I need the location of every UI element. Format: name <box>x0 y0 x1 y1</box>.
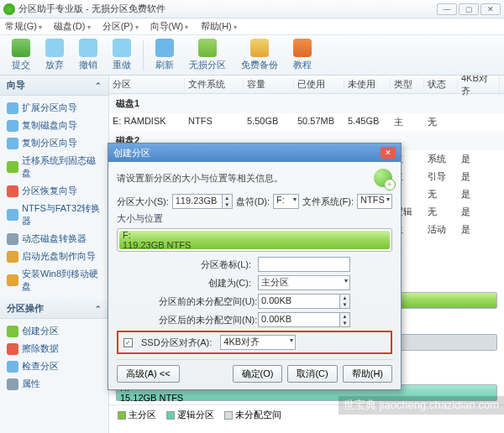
cell-fs: NTFS <box>185 116 244 128</box>
wizard-label: 复制磁盘向导 <box>22 119 77 132</box>
lossless-button[interactable]: 无损分区 <box>184 37 231 73</box>
size-input[interactable]: 119.23GB <box>172 194 223 209</box>
dialog-close-button[interactable]: ✕ <box>381 147 396 159</box>
label-input[interactable] <box>258 257 350 272</box>
window-title: 分区助手专业版 - 无损分区免费软件 <box>18 3 437 15</box>
close-button[interactable]: ✕ <box>480 3 501 15</box>
wizard-item[interactable]: 分区恢复向导 <box>2 182 107 200</box>
before-spinner[interactable]: ▲▼ <box>340 294 350 309</box>
toolbar-separator <box>143 40 144 70</box>
create-select[interactable]: 主分区 <box>258 275 350 290</box>
drive-select[interactable]: F: <box>273 194 299 209</box>
size-bar[interactable]: F:119.23GB NTFS <box>117 228 392 252</box>
redo-button[interactable]: 重做 <box>108 37 136 73</box>
tutorial-button[interactable]: 教程 <box>288 37 317 73</box>
undo-button[interactable]: 撤销 <box>74 37 102 73</box>
menu-disk[interactable]: 磁盘(D) <box>54 20 91 33</box>
wizard-label: 动态磁盘转换器 <box>22 232 87 245</box>
wizard-item[interactable]: NTFS与FAT32转换器 <box>2 200 107 230</box>
wizard-icon <box>7 209 18 221</box>
submit-button[interactable]: 提交 <box>7 37 35 73</box>
refresh-label: 刷新 <box>155 59 174 71</box>
col-free: 未使用 <box>344 78 391 91</box>
col-used: 已使用 <box>294 78 344 91</box>
cell-align: 是 <box>458 223 500 236</box>
menu-help[interactable]: 帮助(H) <box>201 20 238 33</box>
cell-align: 是 <box>458 153 500 165</box>
fs-label: 文件系统(F): <box>302 196 354 208</box>
menubar: 常规(G) 磁盘(D) 分区(P) 向导(W) 帮助(H) <box>0 18 504 35</box>
cancel-button[interactable]: 取消(C) <box>287 365 337 383</box>
wizard-label: 扩展分区向导 <box>22 102 77 114</box>
dialog-info: 请设置新分区的大小与位置等相关信息。 <box>117 172 283 185</box>
menu-wizard[interactable]: 向导(W) <box>150 20 189 33</box>
minimize-button[interactable]: — <box>437 3 457 15</box>
cell-status: 无 <box>424 116 458 128</box>
dialog-title: 创建分区 <box>113 147 150 159</box>
wizard-icon <box>7 120 18 132</box>
backup-label: 免费备份 <box>241 59 278 71</box>
undo-icon <box>79 39 97 57</box>
cell-type: 主 <box>391 116 424 128</box>
wizard-label: 迁移系统到固态磁盘 <box>22 154 102 180</box>
wizard-panel-header[interactable]: 向导 <box>0 76 108 96</box>
col-capacity: 容量 <box>244 78 294 91</box>
bar-text: 119.23GB NTFS <box>123 240 191 250</box>
wizard-icon <box>7 233 18 245</box>
wizard-item[interactable]: 复制磁盘向导 <box>2 117 107 134</box>
cell-status: 系统 <box>424 153 458 165</box>
before-label: 分区前的未分配空间(U): <box>159 295 251 308</box>
ssd-align-select[interactable]: 4KB对齐 <box>220 335 296 350</box>
size-spinner[interactable]: ▲▼ <box>223 194 233 209</box>
ops-label: 创建分区 <box>22 325 59 337</box>
wizard-label: 复制分区向导 <box>22 137 77 149</box>
backup-button[interactable]: 免费备份 <box>236 37 283 73</box>
ops-icon <box>7 361 18 373</box>
ops-item[interactable]: 擦除数据 <box>2 340 107 357</box>
legend-unalloc: 未分配空间 <box>235 410 281 420</box>
refresh-button[interactable]: 刷新 <box>150 37 179 73</box>
ops-item[interactable]: 检查分区 <box>2 357 107 375</box>
wizard-icon <box>7 185 18 197</box>
col-status: 状态 <box>424 78 458 91</box>
discard-button[interactable]: 放弃 <box>40 37 69 73</box>
ops-item[interactable]: 创建分区 <box>2 322 107 340</box>
ops-panel-header[interactable]: 分区操作 <box>0 299 108 319</box>
help-button[interactable]: 帮助(H) <box>343 365 392 383</box>
menu-general[interactable]: 常规(G) <box>5 20 42 33</box>
maximize-button[interactable]: ▢ <box>459 3 479 15</box>
ops-icon <box>7 378 18 390</box>
before-input[interactable]: 0.00KB <box>258 294 340 309</box>
create-label: 创建为(C): <box>159 277 251 290</box>
after-spinner[interactable]: ▲▼ <box>340 312 350 327</box>
lossless-label: 无损分区 <box>189 59 226 71</box>
redo-label: 重做 <box>113 59 131 71</box>
ops-item[interactable]: 属性 <box>2 375 107 393</box>
wizard-item[interactable]: 安装Win8到移动硬盘 <box>2 265 107 295</box>
ssd-align-checkbox[interactable]: ✓ <box>123 338 133 347</box>
wizard-label: 启动光盘制作向导 <box>22 250 96 263</box>
wizard-item[interactable]: 复制分区向导 <box>2 134 107 152</box>
wizard-item[interactable]: 迁移系统到固态磁盘 <box>2 152 107 182</box>
wizard-item[interactable]: 扩展分区向导 <box>2 99 107 117</box>
table-row[interactable]: E: RAMDISK NTFS 5.50GB 50.57MB 5.45GB 主 … <box>109 113 504 131</box>
ok-button[interactable]: 确定(O) <box>233 365 283 383</box>
ops-icon <box>7 343 18 355</box>
advanced-button[interactable]: 高级(A) << <box>117 365 180 383</box>
menu-partition[interactable]: 分区(P) <box>102 20 139 33</box>
add-partition-icon <box>374 169 392 187</box>
undo-label: 撤销 <box>79 59 97 71</box>
wizard-item[interactable]: 启动光盘制作向导 <box>2 248 107 265</box>
ops-icon <box>7 326 18 337</box>
wizard-item[interactable]: 动态磁盘转换器 <box>2 230 107 248</box>
fs-select[interactable]: NTFS <box>357 194 392 209</box>
group-title: 大小与位置 <box>117 212 392 225</box>
ops-label: 擦除数据 <box>22 342 59 355</box>
ops-label: 检查分区 <box>22 360 59 373</box>
after-input[interactable]: 0.00KB <box>258 312 340 327</box>
cell-free: 5.45GB <box>344 116 391 128</box>
redo-icon <box>113 39 131 57</box>
cell-used: 50.57MB <box>294 116 344 128</box>
wizard-icon <box>7 274 18 286</box>
cell-align: 是 <box>458 188 500 201</box>
